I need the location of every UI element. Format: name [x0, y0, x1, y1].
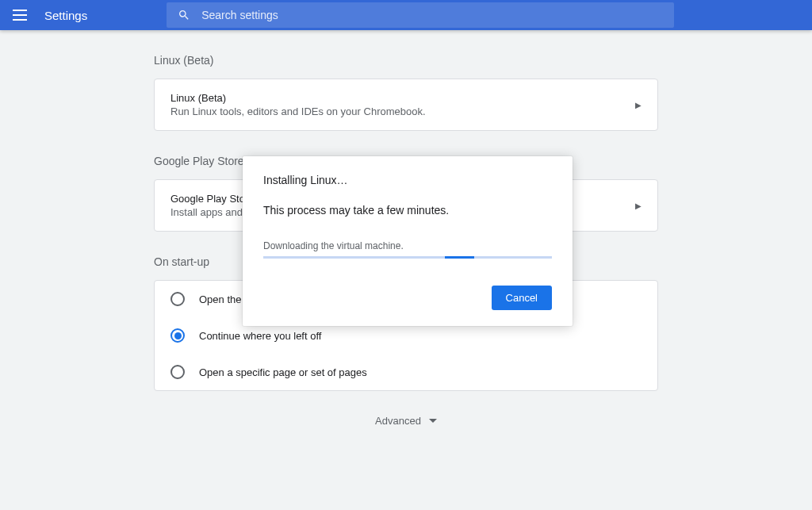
- search-input[interactable]: [201, 9, 663, 21]
- linux-row-subtitle: Run Linux tools, editors and IDEs on you…: [170, 105, 426, 117]
- linux-row[interactable]: Linux (Beta) Run Linux tools, editors an…: [155, 79, 657, 130]
- search-box[interactable]: [167, 2, 674, 28]
- linux-row-title: Linux (Beta): [170, 92, 426, 104]
- install-linux-dialog: Installing Linux… This process may take …: [243, 156, 573, 326]
- progress-bar: [263, 256, 552, 259]
- section-heading-linux: Linux (Beta): [154, 54, 658, 67]
- startup-option-label: Open a specific page or set of pages: [199, 366, 367, 378]
- radio-icon: [170, 328, 185, 343]
- chevron-right-icon: ▶: [635, 201, 642, 210]
- dialog-body: This process may take a few minutes.: [263, 204, 552, 217]
- startup-option-2[interactable]: Open a specific page or set of pages: [155, 354, 657, 390]
- linux-card: Linux (Beta) Run Linux tools, editors an…: [154, 79, 658, 131]
- radio-icon: [170, 292, 185, 306]
- dialog-title: Installing Linux…: [263, 174, 552, 186]
- dialog-status: Downloading the virtual machine.: [263, 240, 552, 251]
- app-title: Settings: [44, 9, 87, 22]
- startup-option-label: Continue where you left off: [199, 330, 321, 342]
- hamburger-menu-icon[interactable]: [13, 10, 27, 21]
- chevron-right-icon: ▶: [635, 101, 642, 109]
- cancel-button[interactable]: Cancel: [492, 286, 552, 310]
- advanced-toggle[interactable]: Advanced: [154, 415, 658, 427]
- progress-indicator: [445, 256, 473, 259]
- caret-down-icon: [429, 419, 437, 423]
- advanced-label: Advanced: [375, 415, 421, 427]
- app-header: Settings: [0, 0, 812, 30]
- radio-icon: [170, 365, 185, 379]
- search-icon: [178, 9, 190, 21]
